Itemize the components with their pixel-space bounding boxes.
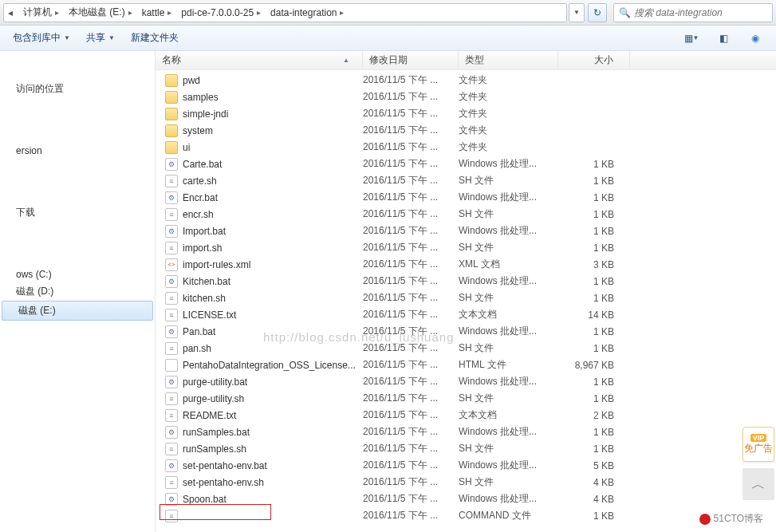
file-type: SH 文件 <box>459 341 558 355</box>
file-name: runSamples.bat <box>183 427 250 438</box>
file-row[interactable]: Pan.bat2016/11/5 下午 ...Windows 批处理...1 K… <box>156 323 776 340</box>
column-header-type[interactable]: 类型 <box>459 51 558 69</box>
folder-icon <box>165 141 178 154</box>
file-row[interactable]: samples2016/11/5 下午 ...文件夹 <box>156 89 776 105</box>
folder-icon <box>165 108 178 120</box>
footer-watermark: 51CTO博客 <box>699 512 763 526</box>
breadcrumb-item[interactable]: 计算机▸ <box>17 4 62 22</box>
file-size: 2 KB <box>558 410 630 421</box>
breadcrumb-item[interactable]: data-integration▸ <box>264 4 347 22</box>
file-type: 文件夹 <box>459 124 558 137</box>
file-type: Windows 批处理... <box>459 492 558 506</box>
file-date: 2016/11/5 下午 ... <box>363 124 459 137</box>
file-date: 2016/11/5 下午 ... <box>363 274 459 288</box>
bat-icon <box>165 275 178 288</box>
file-name: Carte.bat <box>183 159 222 170</box>
new-folder-button[interactable]: 新建文件夹 <box>124 30 185 47</box>
file-row[interactable]: encr.sh2016/11/5 下午 ...SH 文件1 KB <box>156 206 776 223</box>
scroll-to-top-button[interactable]: ︿ <box>743 468 774 500</box>
file-row[interactable]: 2016/11/5 下午 ...COMMAND 文件1 KB <box>156 507 776 524</box>
sidebar-item-version[interactable]: ersion <box>0 143 155 159</box>
history-dropdown-button[interactable]: ▼ <box>569 3 585 22</box>
file-size: 14 KB <box>558 309 630 321</box>
toolbar: 包含到库中▼ 共享▼ 新建文件夹 ▦ ▼ ◧ ◉ <box>0 26 776 51</box>
share-button[interactable]: 共享▼ <box>80 30 121 47</box>
breadcrumb-container[interactable]: ◂ 计算机▸本地磁盘 (E:)▸kattle▸pdi-ce-7.0.0.0-25… <box>3 3 567 22</box>
xml-icon <box>165 258 178 271</box>
file-date: 2016/11/5 下午 ... <box>363 325 459 338</box>
file-row[interactable]: README.txt2016/11/5 下午 ...文本文档2 KB <box>156 407 776 424</box>
refresh-button[interactable]: ↻ <box>588 3 607 22</box>
nav-history-icon[interactable]: ◂ <box>4 4 17 22</box>
file-row[interactable]: Carte.bat2016/11/5 下午 ...Windows 批处理...1… <box>156 156 776 172</box>
file-date: 2016/11/5 下午 ... <box>363 241 459 254</box>
sidebar-item-d-drive[interactable]: 磁盘 (D:) <box>0 282 155 301</box>
file-name: carte.sh <box>183 175 217 187</box>
file-row[interactable]: system2016/11/5 下午 ...文件夹 <box>156 122 776 139</box>
file-row[interactable]: runSamples.sh2016/11/5 下午 ...SH 文件1 KB <box>156 440 776 457</box>
file-size: 4 KB <box>558 477 630 488</box>
file-date: 2016/11/5 下午 ... <box>363 258 459 271</box>
breadcrumb-item[interactable]: kattle▸ <box>136 4 175 22</box>
sidebar-item-recent[interactable]: 访问的位置 <box>0 80 155 98</box>
file-size: 1 KB <box>558 293 630 304</box>
bat-icon <box>165 325 178 338</box>
file-row[interactable]: import-rules.xml2016/11/5 下午 ...XML 文档3 … <box>156 256 776 273</box>
file-list-panel: 名称▲ 修改日期 类型 大小 pwd2016/11/5 下午 ...文件夹sam… <box>156 51 776 532</box>
file-name: system <box>183 125 213 136</box>
file-row[interactable]: PentahoDataIntegration_OSS_License...201… <box>156 357 776 373</box>
file-row[interactable]: simple-jndi2016/11/5 下午 ...文件夹 <box>156 105 776 122</box>
file-type: 文件夹 <box>459 107 558 120</box>
folder-icon <box>165 91 178 104</box>
file-type: COMMAND 文件 <box>459 509 558 522</box>
column-header-size[interactable]: 大小 <box>558 51 630 69</box>
breadcrumb-item[interactable]: 本地磁盘 (E:)▸ <box>62 4 136 22</box>
file-type: SH 文件 <box>459 392 558 405</box>
sidebar-item-c-drive[interactable]: ows (C:) <box>0 266 155 282</box>
file-row[interactable]: set-pentaho-env.bat2016/11/5 下午 ...Windo… <box>156 457 776 474</box>
file-row[interactable]: purge-utility.sh2016/11/5 下午 ...SH 文件1 K… <box>156 390 776 407</box>
view-options-button[interactable]: ▦ ▼ <box>677 30 706 47</box>
file-date: 2016/11/5 下午 ... <box>363 191 459 204</box>
vip-badge[interactable]: VIP 免广告 <box>743 427 774 462</box>
column-header-date[interactable]: 修改日期 <box>363 51 459 69</box>
file-type: 文件夹 <box>459 90 558 104</box>
file-type: Windows 批处理... <box>459 325 558 338</box>
file-row[interactable]: purge-utility.bat2016/11/5 下午 ...Windows… <box>156 373 776 390</box>
address-bar: ◂ 计算机▸本地磁盘 (E:)▸kattle▸pdi-ce-7.0.0.0-25… <box>0 0 776 26</box>
bat-icon <box>165 225 178 238</box>
file-row[interactable]: ui2016/11/5 下午 ...文件夹 <box>156 139 776 156</box>
file-name: Kitchen.bat <box>183 276 230 287</box>
file-name: kitchen.sh <box>183 293 226 304</box>
file-row[interactable]: kitchen.sh2016/11/5 下午 ...SH 文件1 KB <box>156 290 776 306</box>
file-date: 2016/11/5 下午 ... <box>363 308 459 321</box>
file-row[interactable]: Spoon.bat2016/11/5 下午 ...Windows 批处理...4… <box>156 491 776 507</box>
file-date: 2016/11/5 下午 ... <box>363 375 459 388</box>
file-row[interactable]: Kitchen.bat2016/11/5 下午 ...Windows 批处理..… <box>156 273 776 290</box>
txt-icon <box>165 309 178 321</box>
preview-pane-button[interactable]: ◧ <box>709 30 738 47</box>
breadcrumb-item[interactable]: pdi-ce-7.0.0.0-25▸ <box>175 4 264 22</box>
file-row[interactable]: Encr.bat2016/11/5 下午 ...Windows 批处理...1 … <box>156 189 776 206</box>
file-row[interactable]: carte.sh2016/11/5 下午 ...SH 文件1 KB <box>156 172 776 189</box>
sidebar-item-e-drive[interactable]: 磁盘 (E:) <box>2 301 153 321</box>
file-row[interactable]: runSamples.bat2016/11/5 下午 ...Windows 批处… <box>156 424 776 440</box>
sidebar-item-downloads[interactable]: 下载 <box>0 203 155 222</box>
search-box[interactable]: 🔍 <box>613 3 773 22</box>
file-type: 文件夹 <box>459 140 558 154</box>
include-in-library-button[interactable]: 包含到库中▼ <box>6 30 77 47</box>
file-row[interactable]: LICENSE.txt2016/11/5 下午 ...文本文档14 KB <box>156 306 776 323</box>
file-date: 2016/11/5 下午 ... <box>363 425 459 439</box>
file-size: 1 KB <box>558 192 630 203</box>
file-type: SH 文件 <box>459 174 558 187</box>
file-row[interactable]: Import.bat2016/11/5 下午 ...Windows 批处理...… <box>156 223 776 239</box>
file-size: 1 KB <box>558 343 630 354</box>
file-row[interactable]: pwd2016/11/5 下午 ...文件夹 <box>156 72 776 89</box>
file-row[interactable]: set-pentaho-env.sh2016/11/5 下午 ...SH 文件4… <box>156 474 776 491</box>
help-button[interactable]: ◉ <box>741 30 770 47</box>
file-row[interactable]: pan.sh2016/11/5 下午 ...SH 文件1 KB <box>156 340 776 357</box>
file-row[interactable]: import.sh2016/11/5 下午 ...SH 文件1 KB <box>156 239 776 256</box>
search-input[interactable] <box>634 7 767 18</box>
file-size: 1 KB <box>558 376 630 388</box>
column-header-name[interactable]: 名称▲ <box>156 51 363 69</box>
